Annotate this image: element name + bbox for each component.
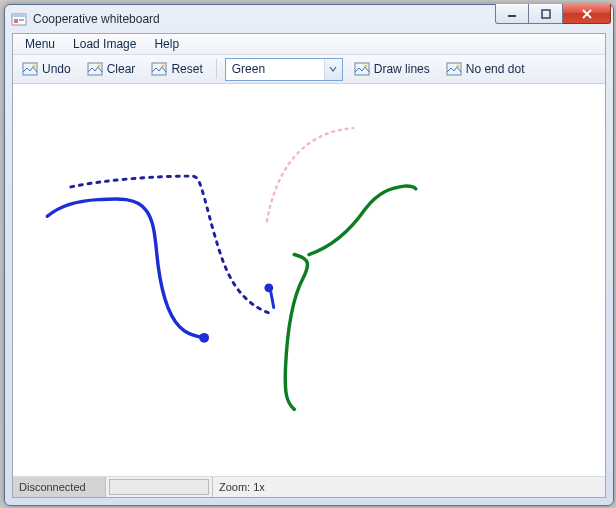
chevron-down-icon	[324, 59, 342, 80]
svg-rect-4	[508, 15, 516, 17]
titlebar[interactable]: Cooperative whiteboard	[5, 5, 613, 33]
minimize-icon	[507, 9, 517, 19]
draw-lines-button[interactable]: Draw lines	[349, 58, 435, 80]
window-buttons	[495, 4, 611, 24]
statusbar: Disconnected Zoom: 1x	[13, 476, 605, 497]
maximize-button[interactable]	[529, 4, 563, 24]
status-connection: Disconnected	[13, 477, 106, 497]
svg-point-9	[97, 65, 100, 68]
reset-button[interactable]: Reset	[146, 58, 207, 80]
no-end-dot-button[interactable]: No end dot	[441, 58, 530, 80]
status-progress	[106, 477, 213, 497]
reset-label: Reset	[171, 62, 202, 76]
undo-label: Undo	[42, 62, 71, 76]
toolbar-separator	[216, 59, 217, 79]
svg-point-15	[456, 65, 459, 68]
stroke-green-1	[285, 255, 307, 410]
menu-menu[interactable]: Menu	[17, 35, 63, 53]
svg-rect-5	[542, 10, 550, 18]
svg-rect-2	[14, 19, 18, 23]
drawing-surface	[13, 84, 605, 476]
draw-lines-label: Draw lines	[374, 62, 430, 76]
toolbar: Undo Clear Reset Green Draw lines No e	[13, 55, 605, 84]
stroke-pink-dotted	[267, 128, 353, 221]
stroke-blue-small	[271, 292, 274, 308]
image-icon	[22, 61, 38, 77]
svg-point-13	[364, 65, 367, 68]
image-icon	[151, 61, 167, 77]
clear-button[interactable]: Clear	[82, 58, 141, 80]
menu-load-image[interactable]: Load Image	[65, 35, 144, 53]
svg-point-7	[33, 65, 36, 68]
app-icon	[11, 11, 27, 27]
minimize-button[interactable]	[495, 4, 529, 24]
svg-rect-3	[19, 19, 24, 21]
svg-rect-1	[12, 14, 26, 17]
menubar: Menu Load Image Help	[13, 34, 605, 55]
svg-point-11	[162, 65, 165, 68]
color-select-value: Green	[226, 62, 324, 76]
image-icon	[446, 61, 462, 77]
stroke-black-dotted	[71, 176, 273, 314]
blue-end-dot	[199, 333, 209, 343]
image-icon	[354, 61, 370, 77]
progress-bar	[109, 479, 209, 495]
clear-label: Clear	[107, 62, 136, 76]
status-zoom: Zoom: 1x	[213, 477, 271, 497]
maximize-icon	[541, 9, 551, 19]
stroke-green-2	[309, 186, 416, 255]
no-end-dot-label: No end dot	[466, 62, 525, 76]
image-icon	[87, 61, 103, 77]
menu-help[interactable]: Help	[146, 35, 187, 53]
blue-end-dot-2	[264, 283, 273, 292]
undo-button[interactable]: Undo	[17, 58, 76, 80]
app-window: Cooperative whiteboard Menu Load Image H…	[4, 4, 614, 506]
client-area: Menu Load Image Help Undo Clear Reset Gr…	[12, 33, 606, 498]
close-icon	[581, 9, 593, 19]
color-select[interactable]: Green	[225, 58, 343, 81]
whiteboard-canvas[interactable]	[13, 84, 605, 476]
close-button[interactable]	[563, 4, 611, 24]
stroke-blue-solid	[47, 199, 204, 338]
window-title: Cooperative whiteboard	[33, 12, 160, 26]
